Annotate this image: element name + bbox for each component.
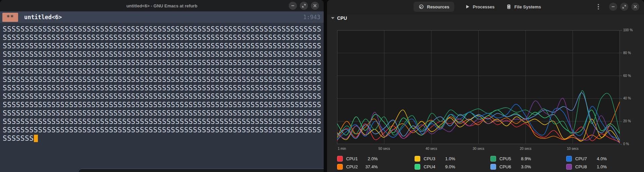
legend-swatch (337, 164, 343, 170)
cpu-section-header: CPU (331, 15, 347, 21)
legend-label: CPU1 (346, 156, 362, 161)
collapse-chevron-icon[interactable] (331, 17, 334, 19)
minimize-icon (290, 3, 295, 8)
tab-label: File Systems (515, 4, 541, 9)
legend-swatch (337, 156, 343, 162)
legend-value: 4.0% (591, 156, 607, 161)
cpu-usage-chart (337, 30, 620, 144)
legend-item: CPU237.4% (337, 164, 415, 170)
legend-swatch (415, 164, 420, 170)
tab-file-systems[interactable]: File Systems (506, 2, 541, 12)
drive-icon (506, 4, 512, 9)
legend-label: CPU4 (424, 164, 440, 169)
restore-icon (302, 3, 306, 8)
emacs-titlebar[interactable]: untitled<6> - GNU Emacs at refurb (0, 0, 324, 11)
buffer-text: SSSSSSSSSSSSSSSSSSSSSSSSSSSSSSSSSSSSSSSS… (3, 25, 321, 142)
speedometer-icon (419, 4, 424, 9)
y-axis-tick (620, 98, 622, 99)
restore-icon (622, 4, 627, 9)
legend-item: CPU74.0% (566, 156, 621, 162)
buffer-name: untitled<6> (24, 14, 62, 20)
legend-label: CPU3 (424, 156, 440, 161)
legend-value: 1.0% (440, 156, 455, 161)
monitor-restore-button[interactable] (620, 3, 628, 11)
monitor-close-button[interactable] (631, 3, 639, 11)
legend-value: 37.4% (362, 164, 378, 169)
x-axis-label: 10 secs (567, 147, 578, 150)
menu-button[interactable] (595, 3, 601, 11)
tab-bar: Resources Processes File Systems (414, 0, 541, 13)
legend-value: 2.0% (362, 156, 378, 161)
legend-item: CPU31.0% (415, 156, 490, 162)
y-axis-label: 40 % (623, 96, 631, 100)
cpu-legend: CPU12.0%CPU237.4%CPU31.0%CPU49.0%CPU58.9… (337, 155, 621, 171)
desktop: untitled<6> - GNU Emacs at refurb ** unt… (0, 0, 644, 172)
legend-value: 1.0% (591, 164, 607, 169)
close-icon (313, 3, 317, 8)
legend-item: CPU63.0% (490, 164, 566, 170)
legend-item: CPU49.0% (415, 164, 490, 170)
emacs-restore-button[interactable] (300, 2, 308, 10)
text-cursor (34, 135, 38, 142)
tab-label: Resources (427, 4, 449, 9)
y-axis-tick (620, 144, 622, 144)
emacs-close-button[interactable] (311, 2, 319, 10)
legend-swatch (415, 156, 420, 162)
legend-label: CPU7 (575, 156, 591, 161)
y-axis-label: 0 % (623, 142, 629, 146)
emacs-minimize-button[interactable] (289, 2, 297, 10)
y-axis-label: 100 % (623, 28, 633, 32)
legend-swatch (490, 164, 496, 170)
x-axis-label: 30 secs (473, 147, 484, 150)
tab-label: Processes (473, 4, 494, 9)
tab-resources[interactable]: Resources (414, 2, 454, 12)
section-title: CPU (337, 15, 347, 21)
legend-item: CPU81.0% (566, 164, 621, 170)
legend-value: 3.0% (516, 164, 531, 169)
emacs-modeline: ** untitled<6> 1:943 (0, 11, 324, 23)
x-axis-label: 20 secs (520, 147, 531, 150)
legend-value: 8.9% (516, 156, 531, 161)
y-axis-label: 20 % (623, 119, 631, 123)
legend-value: 9.0% (440, 164, 455, 169)
y-axis-tick (620, 30, 622, 31)
x-axis-label: 1 min (338, 147, 346, 150)
y-axis-tick (620, 53, 622, 53)
legend-label: CPU8 (575, 164, 591, 169)
modified-indicator-badge: ** (2, 13, 18, 22)
tab-processes[interactable]: Processes (466, 2, 494, 12)
emacs-window: untitled<6> - GNU Emacs at refurb ** unt… (0, 0, 324, 172)
y-axis-tick (620, 76, 622, 76)
background-window-edge (79, 168, 324, 172)
emacs-window-title: untitled<6> - GNU Emacs at refurb (126, 3, 198, 8)
x-axis-label: 50 secs (378, 147, 390, 150)
legend-label: CPU6 (499, 164, 516, 169)
y-axis-label: 60 % (623, 74, 631, 78)
minimize-icon (611, 4, 615, 9)
legend-item: CPU12.0% (337, 156, 415, 162)
monitor-minimize-button[interactable] (609, 3, 617, 11)
legend-label: CPU2 (346, 164, 362, 169)
system-monitor-window: Resources Processes File Systems (327, 0, 644, 172)
legend-swatch (490, 156, 496, 162)
legend-item: CPU58.9% (490, 156, 566, 162)
legend-label: CPU5 (499, 156, 516, 161)
close-icon (633, 4, 638, 9)
emacs-buffer[interactable]: SSSSSSSSSSSSSSSSSSSSSSSSSSSSSSSSSSSSSSSS… (0, 23, 324, 143)
legend-swatch (566, 164, 572, 170)
play-icon (466, 4, 470, 9)
monitor-headerbar[interactable]: Resources Processes File Systems (327, 0, 644, 14)
x-axis-label: 40 secs (426, 147, 437, 150)
legend-swatch (566, 156, 572, 162)
y-axis-tick (620, 121, 622, 122)
cursor-position: 1:943 (303, 14, 320, 20)
y-axis-label: 80 % (623, 51, 631, 55)
